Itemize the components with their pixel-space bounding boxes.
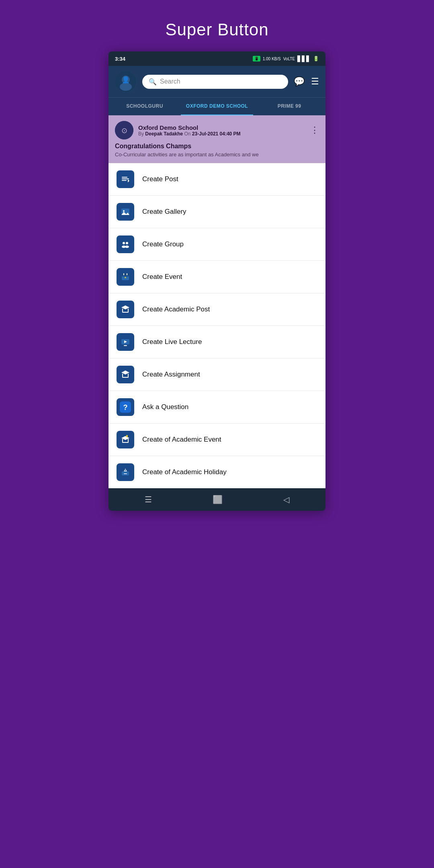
- nav-menu-icon[interactable]: ☰: [145, 495, 152, 504]
- create-academic-event-label: Create of Academic Event: [142, 436, 221, 444]
- svg-rect-45: [122, 439, 123, 442]
- school-logo: ⊙: [115, 121, 133, 139]
- signal-bars: ▋▋▋: [297, 55, 311, 62]
- create-post-label: Create Post: [142, 175, 178, 183]
- menu-item-create-academic-holiday[interactable]: Create of Academic Holiday: [108, 456, 326, 488]
- post-title: Congratulations Champs: [115, 143, 319, 150]
- create-academic-post-label: Create Academic Post: [142, 305, 210, 313]
- tab-schoolguru[interactable]: SCHOOLGURU: [108, 98, 181, 115]
- create-event-icon: [117, 268, 134, 286]
- svg-point-53: [125, 470, 126, 471]
- svg-point-2: [120, 83, 132, 91]
- create-assignment-icon: [117, 366, 134, 383]
- svg-text:👤: 👤: [122, 76, 130, 84]
- svg-rect-30: [122, 312, 129, 313]
- menu-item-create-live-lecture[interactable]: Create Live Lecture: [108, 326, 326, 358]
- status-icons: 📱 1.00 KB/S VoLTE ▋▋▋ 🔋: [253, 55, 319, 62]
- status-time: 3:34: [115, 56, 125, 62]
- create-academic-holiday-label: Create of Academic Holiday: [142, 468, 227, 476]
- svg-rect-9: [122, 180, 127, 181]
- create-assignment-label: Create Assignment: [142, 371, 200, 379]
- page-title: Super Button: [108, 8, 326, 51]
- create-academic-event-icon: [117, 431, 134, 448]
- svg-rect-28: [122, 309, 123, 312]
- search-icon: 🔍: [149, 78, 157, 86]
- menu-item-create-post[interactable]: Create Post: [108, 163, 326, 196]
- create-event-label: Create Event: [142, 273, 182, 281]
- header-icons: 💬 ☰: [294, 76, 319, 87]
- search-label: Search: [160, 78, 180, 85]
- hamburger-icon[interactable]: ☰: [311, 76, 319, 87]
- phone-frame: 3:34 📱 1.00 KB/S VoLTE ▋▋▋ 🔋 👤: [108, 51, 326, 511]
- create-post-icon: [117, 170, 134, 188]
- more-options-button[interactable]: ⋮: [310, 125, 319, 135]
- svg-rect-38: [128, 374, 129, 377]
- svg-point-17: [126, 242, 128, 244]
- svg-rect-40: [124, 375, 127, 376]
- create-gallery-label: Create Gallery: [142, 208, 186, 216]
- ask-question-icon: ?: [117, 398, 134, 416]
- svg-rect-34: [124, 345, 127, 346]
- create-academic-post-icon: [117, 301, 134, 318]
- battery-icon: 🔋: [313, 56, 319, 61]
- svg-rect-37: [122, 374, 123, 377]
- tab-prime99[interactable]: PRIME 99: [253, 98, 326, 115]
- svg-rect-22: [122, 274, 129, 276]
- menu-list: Create PostCreate GalleryCreate GroupCre…: [108, 163, 326, 488]
- create-group-icon: [117, 235, 134, 253]
- create-academic-holiday-icon: [117, 463, 134, 481]
- menu-item-create-academic-post[interactable]: Create Academic Post: [108, 293, 326, 326]
- post-info: Oxford Demo School By Deepak Tadakhe On …: [138, 124, 241, 137]
- nav-back-icon[interactable]: ◁: [283, 495, 289, 504]
- menu-item-create-gallery[interactable]: Create Gallery: [108, 196, 326, 228]
- post-school-info: ⊙ Oxford Demo School By Deepak Tadakhe O…: [115, 121, 241, 139]
- app-header: 👤 🔍 Search 💬 ☰: [108, 66, 326, 97]
- svg-rect-46: [128, 439, 129, 442]
- create-live-lecture-label: Create Live Lecture: [142, 338, 202, 346]
- menu-item-ask-question[interactable]: ?Ask a Question: [108, 391, 326, 424]
- nav-home-icon[interactable]: ⬜: [213, 495, 223, 504]
- menu-item-create-academic-event[interactable]: Create of Academic Event: [108, 424, 326, 456]
- create-gallery-icon: [117, 203, 134, 221]
- avatar: 👤: [115, 71, 137, 92]
- svg-rect-7: [122, 177, 127, 178]
- svg-rect-23: [123, 273, 124, 275]
- create-group-label: Create Group: [142, 240, 184, 248]
- status-bar: 3:34 📱 1.00 KB/S VoLTE ▋▋▋ 🔋: [108, 51, 326, 66]
- menu-item-create-group[interactable]: Create Group: [108, 228, 326, 261]
- network-speed: 1.00 KB/S: [263, 57, 281, 61]
- svg-rect-8: [122, 178, 129, 179]
- network-type: VoLTE: [283, 57, 295, 61]
- svg-point-16: [123, 242, 125, 244]
- menu-item-create-event[interactable]: Create Event: [108, 261, 326, 293]
- svg-rect-15: [120, 239, 131, 250]
- svg-rect-29: [128, 309, 129, 312]
- ask-question-label: Ask a Question: [142, 403, 188, 411]
- tab-bar: SCHOOLGURU OXFORD DEMO SCHOOL PRIME 99: [108, 97, 326, 115]
- svg-point-19: [125, 246, 129, 248]
- create-live-lecture-icon: [117, 333, 134, 351]
- post-header: ⊙ Oxford Demo School By Deepak Tadakhe O…: [115, 121, 319, 139]
- svg-rect-54: [124, 473, 127, 474]
- post-card: ⊙ Oxford Demo School By Deepak Tadakhe O…: [108, 115, 326, 163]
- post-meta: By Deepak Tadakhe On 23-Jul-2021 04:40 P…: [138, 131, 241, 137]
- menu-item-create-assignment[interactable]: Create Assignment: [108, 358, 326, 391]
- bottom-nav: ☰ ⬜ ◁: [108, 488, 326, 511]
- svg-point-13: [123, 210, 125, 212]
- post-body: Co-Curricular activities are as importan…: [115, 151, 319, 158]
- chat-icon[interactable]: 💬: [294, 76, 305, 87]
- tab-oxford[interactable]: OXFORD DEMO SCHOOL: [181, 98, 253, 115]
- svg-rect-24: [127, 273, 127, 275]
- svg-text:⊙: ⊙: [121, 127, 127, 135]
- search-bar[interactable]: 🔍 Search: [142, 75, 288, 89]
- svg-rect-39: [122, 377, 129, 378]
- school-name: Oxford Demo School: [138, 124, 241, 131]
- svg-text:?: ?: [123, 403, 128, 411]
- svg-rect-47: [122, 442, 129, 443]
- status-icon-box: 📱: [253, 56, 260, 61]
